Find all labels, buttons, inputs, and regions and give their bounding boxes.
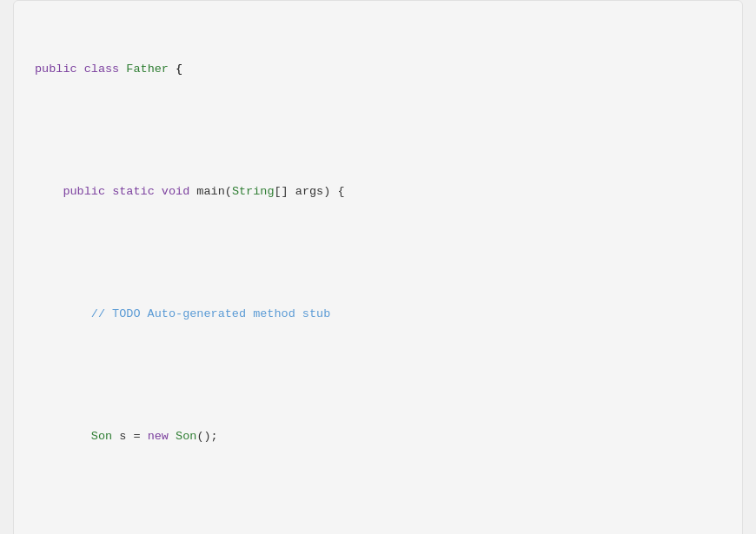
code-line-5: // TODO Auto-generated method stub xyxy=(35,305,721,325)
code-line-4 xyxy=(35,243,721,263)
code-editor: public class Father { public static void… xyxy=(13,0,743,534)
code-line-6 xyxy=(35,366,721,386)
code-line-8 xyxy=(35,488,721,508)
code-line-1: public class Father { xyxy=(35,60,721,80)
code-line-7: Son s = new Son(); xyxy=(35,427,721,447)
code-line-3: public static void main(String[] args) { xyxy=(35,182,721,202)
code-line-2 xyxy=(35,121,721,141)
